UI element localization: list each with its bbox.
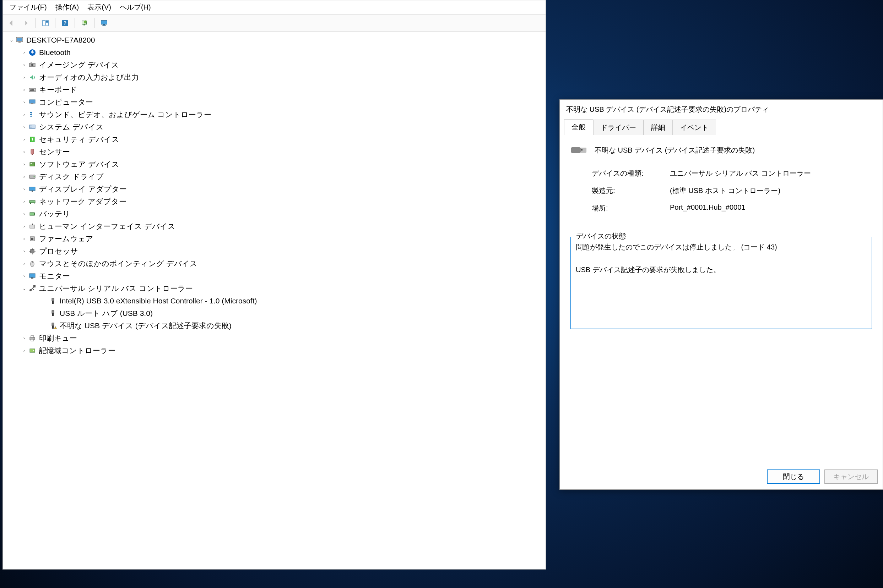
device-name: 不明な USB デバイス (デバイス記述子要求の失敗) [594, 146, 755, 155]
tree-device[interactable]: Intel(R) USB 3.0 eXtensible Host Control… [6, 294, 544, 307]
menu-file[interactable]: ファイル(F) [9, 3, 47, 12]
tree-root-label: DESKTOP-E7A8200 [26, 36, 96, 45]
usb-device-icon [49, 309, 57, 317]
tree-category[interactable]: ›センサー [6, 146, 544, 158]
tree-category[interactable]: ›セキュリティ デバイス [6, 133, 544, 146]
expander-icon[interactable]: › [21, 248, 28, 255]
svg-rect-42 [32, 190, 33, 192]
expander-icon[interactable]: › [21, 173, 28, 180]
scan-hardware-button[interactable] [78, 17, 90, 29]
menu-view[interactable]: 表示(V) [87, 3, 111, 12]
svg-rect-65 [52, 301, 54, 304]
display-icon [29, 185, 36, 193]
svg-rect-19 [30, 89, 30, 90]
tree-root[interactable]: ⌄ DESKTOP-E7A8200 [6, 34, 544, 46]
svg-point-28 [30, 115, 32, 116]
print-icon [29, 334, 36, 342]
expander-icon[interactable]: › [21, 74, 28, 81]
expander-spacer [41, 322, 48, 329]
tree-category[interactable]: ›イメージング デバイス [6, 58, 544, 71]
tree-category[interactable]: ›ファームウェア [6, 232, 544, 245]
panels-icon [42, 19, 50, 27]
tree-category-usb[interactable]: ⌄ ユニバーサル シリアル バス コントローラー [6, 282, 544, 294]
toolbar-separator [75, 18, 75, 28]
expander-icon[interactable]: ⌄ [8, 36, 15, 44]
tree-category[interactable]: ›ソフトウェア デバイス [6, 158, 544, 170]
expander-icon[interactable]: › [21, 86, 28, 93]
expander-icon[interactable]: › [21, 62, 28, 69]
tree-category[interactable]: ›ネットワーク アダプター [6, 195, 544, 208]
device-status-textbox[interactable]: 問題が発生したのでこのデバイスは停止しました。 (コード 43) USB デバイ… [570, 237, 872, 329]
tree-category[interactable]: ›キーボード [6, 83, 544, 96]
expander-icon[interactable]: ⌄ [21, 285, 28, 292]
cancel-button[interactable]: キャンセル [824, 470, 878, 484]
tree-category[interactable]: ›オーディオの入力および出力 [6, 71, 544, 83]
svg-rect-35 [31, 149, 34, 154]
expander-icon[interactable]: › [21, 273, 28, 280]
expander-icon[interactable]: › [21, 235, 28, 242]
back-button[interactable] [6, 17, 18, 29]
expander-icon[interactable]: › [21, 136, 28, 143]
keyboard-icon [29, 86, 36, 94]
device-properties-dialog: 不明な USB デバイス (デバイス記述子要求の失敗)のプロパティ 全般 ドライ… [560, 99, 883, 490]
tree-category-label: モニター [38, 271, 71, 281]
svg-rect-49 [32, 224, 33, 225]
svg-point-63 [33, 289, 34, 290]
expander-icon[interactable]: › [21, 161, 28, 168]
expander-icon[interactable]: › [21, 148, 28, 155]
menu-action[interactable]: 操作(A) [56, 3, 79, 12]
show-hidden-button[interactable] [39, 17, 51, 29]
svg-rect-47 [35, 213, 35, 215]
svg-rect-52 [30, 249, 34, 253]
expander-icon[interactable]: › [21, 210, 28, 218]
tree-device-label: 不明な USB デバイス (デバイス記述子要求の失敗) [59, 320, 232, 331]
expander-icon[interactable]: › [21, 198, 28, 205]
tree-category[interactable]: ›モニター [6, 270, 544, 282]
expander-icon[interactable]: › [21, 99, 28, 106]
expander-icon[interactable]: › [21, 334, 28, 342]
expander-icon[interactable]: › [21, 49, 28, 56]
tree-category-label: コンピューター [38, 97, 94, 108]
tree-category[interactable]: ›記憶域コントローラー [6, 344, 544, 357]
expander-icon[interactable]: › [21, 123, 28, 130]
svg-rect-31 [30, 127, 32, 128]
menu-help[interactable]: ヘルプ(H) [120, 3, 151, 12]
bluetooth-icon [29, 49, 36, 56]
expander-icon[interactable]: › [21, 111, 28, 118]
tree-category[interactable]: ›コンピューター [6, 96, 544, 108]
tree-category[interactable]: ›ディスク ドライブ [6, 170, 544, 183]
expander-icon[interactable]: › [21, 223, 28, 230]
tab-details[interactable]: 詳細 [644, 120, 673, 135]
tab-general[interactable]: 全般 [564, 119, 593, 135]
tree-category[interactable]: ›ディスプレイ アダプター [6, 183, 544, 195]
svg-point-27 [30, 113, 32, 114]
forward-button[interactable] [20, 17, 32, 29]
tree-category[interactable]: ›システム デバイス [6, 121, 544, 133]
svg-rect-13 [18, 42, 21, 43]
tree-category[interactable]: ›バッテリ [6, 208, 544, 220]
expander-icon[interactable]: › [21, 186, 28, 193]
tree-category[interactable]: ›Bluetooth [6, 46, 544, 58]
tree-category[interactable]: ›ヒューマン インターフェイス デバイス [6, 220, 544, 232]
close-button[interactable]: 閉じる [767, 470, 820, 484]
svg-rect-2 [46, 21, 48, 22]
tab-events[interactable]: イベント [673, 120, 716, 135]
svg-text:?: ? [63, 20, 66, 26]
svg-rect-38 [30, 163, 32, 164]
help-button[interactable]: ? [59, 17, 71, 29]
expander-icon[interactable]: › [21, 347, 28, 354]
properties-button[interactable] [98, 17, 110, 29]
device-tree[interactable]: ⌄ DESKTOP-E7A8200 ›Bluetooth›イメージング デバイス… [3, 32, 546, 569]
device-manager-window: ファイル(F) 操作(A) 表示(V) ヘルプ(H) ? ⌄ [3, 0, 546, 570]
tree-category[interactable]: ›マウスとそのほかのポインティング デバイス [6, 257, 544, 270]
tab-driver[interactable]: ドライバー [593, 120, 644, 135]
svg-rect-34 [32, 139, 33, 141]
tree-device[interactable]: USB ルート ハブ (USB 3.0) [6, 307, 544, 320]
usb-plug-icon [570, 144, 588, 156]
tree-category[interactable]: ›プロセッサ [6, 245, 544, 257]
svg-rect-67 [52, 314, 54, 316]
tree-category[interactable]: ›サウンド、ビデオ、およびゲーム コントローラー [6, 108, 544, 121]
tree-device[interactable]: !不明な USB デバイス (デバイス記述子要求の失敗) [6, 320, 544, 332]
expander-icon[interactable]: › [21, 260, 28, 267]
tree-category[interactable]: ›印刷キュー [6, 332, 544, 344]
